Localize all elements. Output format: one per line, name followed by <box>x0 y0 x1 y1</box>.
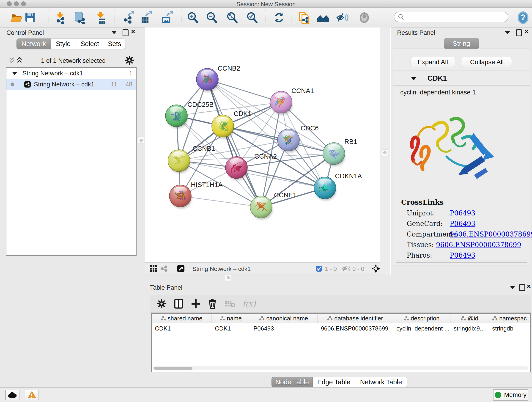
column-header-shared-name[interactable]: shared name <box>152 314 212 323</box>
results-panel-float-icon[interactable] <box>516 29 522 36</box>
crosslink-link[interactable]: P06493 <box>450 220 475 228</box>
zoom-out-icon[interactable] <box>205 11 218 24</box>
collapse-all-button[interactable]: Collapse All <box>462 57 512 67</box>
expand-all-button[interactable]: Expand All <box>411 57 455 67</box>
table-panel-close-icon[interactable]: × <box>527 284 531 289</box>
node-label-CCNB1: CCNB1 <box>192 145 215 152</box>
tab-sets[interactable]: Sets <box>104 38 125 49</box>
gene-collapse-icon[interactable] <box>411 77 417 80</box>
duplicate-network-icon[interactable] <box>298 11 310 24</box>
horizontal-scrollbar[interactable] <box>153 366 528 370</box>
crosslink-link[interactable]: 9606.ENSP00000378699 <box>436 241 521 249</box>
tab-string[interactable]: String <box>444 38 479 49</box>
network-row-selected[interactable]: String Network – cdk1 11 48 <box>6 79 136 90</box>
crosslink-label: Compartments: <box>407 230 450 238</box>
column-header-description[interactable]: description <box>393 314 450 323</box>
tab-node-table[interactable]: Node Table <box>272 377 313 387</box>
import-table-icon[interactable] <box>94 11 107 24</box>
table-row[interactable]: CDK1CDK1P064939606.ENSP00000378699cyclin… <box>152 323 530 333</box>
node-CDC25B[interactable]: CDC25B <box>165 101 214 128</box>
grid-view-icon[interactable] <box>150 265 157 272</box>
hidden-eye-icon[interactable] <box>342 265 351 272</box>
right-splitter-handle[interactable] <box>382 149 388 156</box>
save-session-icon[interactable] <box>24 11 36 24</box>
toolbar-separator <box>181 9 181 26</box>
collapse-all-networks-icon[interactable] <box>9 56 15 64</box>
scrollbar-thumb[interactable] <box>154 367 192 370</box>
tab-network[interactable]: Network <box>17 38 51 49</box>
search-input[interactable] <box>404 13 504 21</box>
expand-all-networks-icon[interactable] <box>17 56 22 64</box>
crosslink-link[interactable]: 9606.ENSP00000378699 <box>450 230 532 238</box>
bottom-splitter-handle[interactable] <box>225 274 231 281</box>
export-network-icon[interactable] <box>122 11 134 24</box>
export-table-icon[interactable] <box>139 11 152 24</box>
crosslink-link[interactable]: P06493 <box>450 251 475 259</box>
column-header-canonical-name[interactable]: canonical name <box>250 314 317 323</box>
selected-checkbox-icon[interactable] <box>316 265 322 272</box>
import-network-icon[interactable] <box>54 11 66 24</box>
hidden-counts: 0 - 0 <box>352 265 364 273</box>
show-hide-icon[interactable] <box>336 11 349 24</box>
column-header--id[interactable]: @id <box>450 314 489 323</box>
tab-style[interactable]: Style <box>51 38 76 49</box>
tree-expand-icon[interactable] <box>12 72 17 75</box>
control-panel-float-icon[interactable] <box>123 29 128 36</box>
node-CCNE1[interactable]: CCNE1 <box>250 191 297 220</box>
column-type-icon <box>259 316 264 321</box>
node-RB1[interactable]: RB1 <box>323 138 357 166</box>
table-cell[interactable]: CDK1 <box>152 325 212 332</box>
warning-button[interactable] <box>25 390 39 400</box>
delete-table-icon-disabled <box>225 300 235 308</box>
zoom-in-icon[interactable] <box>186 11 199 24</box>
string-home-icon[interactable] <box>317 11 330 24</box>
crosslink-link[interactable]: P06493 <box>450 209 475 217</box>
tab-select[interactable]: Select <box>76 38 104 49</box>
network-collection-row[interactable]: String Network – cdk1 1 <box>6 68 136 79</box>
results-panel-collapse-icon[interactable] <box>505 31 510 34</box>
export-image-icon[interactable] <box>160 11 173 24</box>
network-canvas[interactable]: CCNB2CCNA1CDC25BCDK1CDC6RB1CCNB1CCNA2CDK… <box>145 27 380 262</box>
node-CCNA1[interactable]: CCNA1 <box>270 87 314 115</box>
network-graph[interactable]: CCNB2CCNA1CDC25BCDK1CDC6RB1CCNB1CCNA2CDK… <box>145 27 380 262</box>
table-panel-float-icon[interactable] <box>519 284 525 291</box>
column-header-namespac[interactable]: namespac <box>489 314 530 323</box>
zoom-fit-icon[interactable] <box>226 11 239 24</box>
column-header-database-identifier[interactable]: database identifier <box>317 314 393 323</box>
add-row-icon[interactable] <box>191 299 200 309</box>
tab-edge-table[interactable]: Edge Table <box>313 377 355 387</box>
table-cell[interactable]: cyclin–dependent ... <box>393 325 450 332</box>
memory-button[interactable]: Memory <box>493 389 528 401</box>
add-column-icon[interactable] <box>174 299 183 309</box>
cloud-button[interactable] <box>5 390 19 400</box>
table-cell[interactable]: CDK1 <box>212 325 250 332</box>
toolbar-separator <box>291 9 291 26</box>
table-cell[interactable]: stringdb <box>489 325 530 332</box>
delete-icon[interactable] <box>208 299 217 309</box>
node-CDKN1A[interactable]: CDKN1A <box>314 172 362 201</box>
node-CDK1[interactable]: CDK1 <box>212 110 251 139</box>
refresh-icon[interactable] <box>273 11 285 24</box>
left-splitter-handle[interactable] <box>138 137 144 143</box>
node-HIST1H1A[interactable]: HIST1H1A <box>169 181 223 209</box>
help-icon[interactable]: ? <box>517 11 530 24</box>
table-cell[interactable]: 9606.ENSP00000378699 <box>317 325 393 332</box>
column-header-name[interactable]: name <box>212 314 250 323</box>
fit-content-crosshair-icon[interactable] <box>372 264 380 273</box>
edge-HIST1H1A-CCNE1[interactable] <box>180 196 261 207</box>
open-session-icon[interactable] <box>10 11 23 24</box>
control-panel-close-icon[interactable]: × <box>131 29 135 34</box>
network-share-icon[interactable] <box>160 265 168 272</box>
table-panel-collapse-icon[interactable] <box>510 286 515 289</box>
results-panel-close-icon[interactable]: × <box>525 29 529 34</box>
open-in-window-icon[interactable] <box>177 265 185 273</box>
network-options-gear-icon[interactable] <box>125 56 134 65</box>
tab-network-table[interactable]: Network Table <box>355 377 407 387</box>
control-panel-collapse-icon[interactable] <box>112 31 117 34</box>
table-gear-icon[interactable] <box>157 299 166 308</box>
zoom-selected-icon[interactable] <box>246 11 259 24</box>
node-label-CDC25B: CDC25B <box>187 101 214 108</box>
import-database-icon[interactable] <box>73 11 86 24</box>
table-cell[interactable]: P06493 <box>250 325 317 332</box>
table-cell[interactable]: stringdb:9... <box>450 325 489 332</box>
